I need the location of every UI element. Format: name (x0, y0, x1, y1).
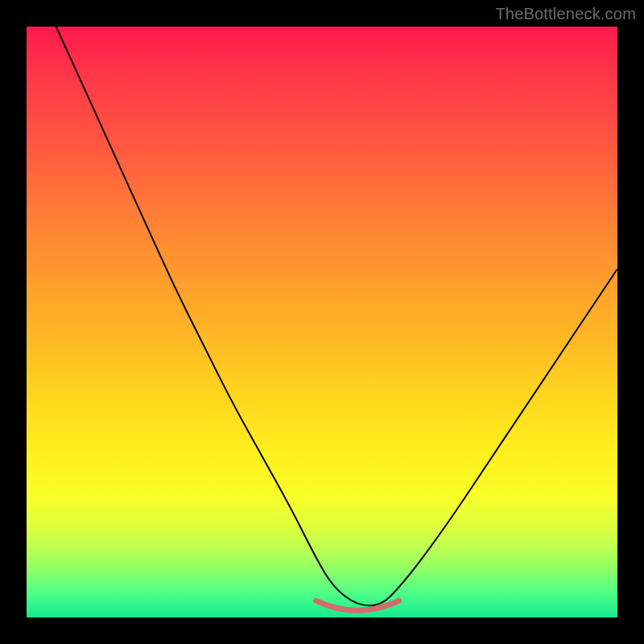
plot-area (27, 27, 617, 617)
valley-highlight (316, 601, 399, 610)
chart-frame: TheBottleneck.com (0, 0, 644, 644)
watermark-text: TheBottleneck.com (495, 5, 636, 23)
chart-svg (27, 27, 617, 617)
bottleneck-curve (56, 27, 617, 605)
